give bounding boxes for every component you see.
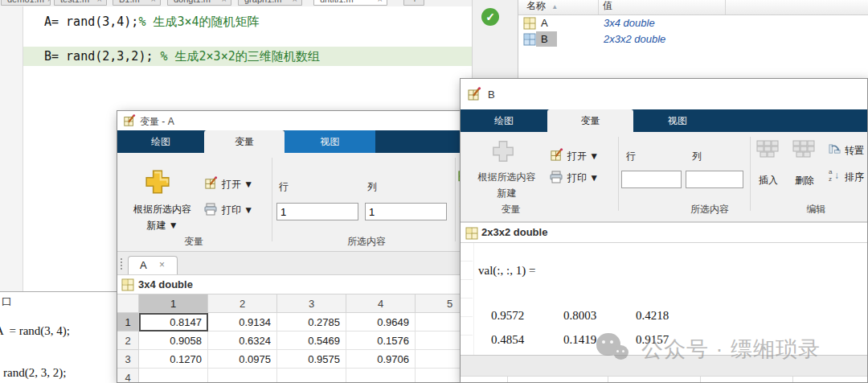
cols-field[interactable]	[365, 203, 447, 220]
window-title: B	[488, 89, 495, 101]
insert-icon	[756, 140, 779, 158]
column-divider[interactable]	[725, 0, 726, 14]
table-cell[interactable]	[139, 369, 208, 383]
grid-line	[792, 377, 793, 383]
table-cell[interactable]	[277, 369, 346, 383]
window-title-bar[interactable]: B	[461, 79, 867, 109]
editor-tab[interactable]: B1.m ×	[113, 0, 161, 6]
table-cell[interactable]: 0.5469	[277, 332, 346, 350]
ndarray-icon	[523, 33, 536, 46]
workspace-name-header[interactable]: 名称 ▲	[526, 0, 558, 13]
table-cell[interactable]	[208, 369, 277, 383]
group-label-selection: 所选内容	[306, 235, 427, 249]
value: 0.4854	[491, 333, 524, 347]
row-header[interactable]: 2	[117, 332, 139, 350]
tab-close-icon[interactable]: ×	[151, 0, 156, 4]
row-header[interactable]: 4	[117, 369, 139, 383]
group-divider	[272, 158, 272, 241]
code-ok-indicator[interactable]: ✓	[481, 8, 499, 26]
watermark: 公众号 · 缥缃琐录	[596, 328, 868, 370]
tab-variable[interactable]: 变量	[204, 130, 285, 153]
tab-close-icon[interactable]: ×	[293, 0, 297, 4]
col-header[interactable]: 3	[277, 294, 346, 313]
table-cell[interactable]: 0.9706	[346, 350, 416, 369]
rows-field[interactable]	[621, 171, 682, 188]
table-cell[interactable]: 0.9649	[346, 313, 416, 332]
table-cell[interactable]: 0.6324	[208, 332, 277, 350]
tab-variable[interactable]: 变量	[547, 109, 633, 132]
col-header[interactable]: 4	[346, 294, 416, 313]
transpose-button[interactable]: 转置	[829, 143, 868, 159]
editor-tab-active[interactable]: untitl1.m ×	[313, 0, 387, 6]
variable-type-header: 2x3x2 double	[461, 222, 867, 243]
document-tab-a[interactable]: A ×	[128, 256, 178, 274]
tab-close-icon[interactable]: ×	[47, 0, 51, 4]
corner-header[interactable]	[117, 294, 139, 313]
workspace-row-b[interactable]: B 2x3x2 double	[518, 31, 868, 47]
table-cell-selected[interactable]: 0.8147	[139, 313, 208, 332]
col-header[interactable]: 2	[208, 294, 277, 313]
tab-close-icon[interactable]: ×	[222, 0, 227, 4]
new-tab-button[interactable]: +	[403, 0, 424, 6]
tab-view[interactable]: 视图	[633, 109, 722, 132]
open-button[interactable]: 打开 ▼	[550, 148, 614, 164]
table-cell[interactable]: 0.9134	[208, 313, 277, 332]
group-divider	[750, 137, 751, 211]
grid-line	[608, 377, 608, 383]
tab-plots[interactable]: 绘图	[117, 130, 204, 153]
table-cell[interactable]: 0.1270	[139, 350, 208, 369]
sort-button[interactable]: a z ↓ 排序	[829, 169, 868, 187]
document-tab-label: A	[140, 259, 147, 271]
table-cell[interactable]: 0.2785	[277, 313, 346, 332]
variable-window-a: 变量 - A 绘图 变量 视图 根据所选内容 新建 ▼ 打开 ▼ 打	[117, 110, 474, 383]
group-label-selection: 所选内容	[653, 203, 766, 216]
editor-tab[interactable]: demo1.m ×	[1, 0, 51, 6]
row-gutter-line	[461, 279, 473, 280]
code-line-1[interactable]: A= rand(3,4);% 生成3×4的随机矩阵	[44, 14, 260, 31]
workspace-row-a[interactable]: A 3x4 double	[518, 15, 868, 31]
row-gutter-line	[461, 335, 473, 336]
command-window[interactable]: 口 A = rand(3, 4); rand(2, 3, 2);	[0, 291, 117, 383]
panel-title-fragment: 口	[2, 294, 12, 309]
tab-plots[interactable]: 绘图	[461, 109, 547, 132]
table-cell[interactable]: 0.1576	[346, 332, 416, 350]
tab-close-icon[interactable]: ×	[159, 259, 165, 270]
row-header[interactable]: 1	[117, 313, 139, 332]
insert-button[interactable]: 插入	[755, 138, 782, 203]
open-button[interactable]: 打开 ▼	[204, 176, 268, 192]
code-line-3[interactable]: B= rand(2,3,2); % 生成2×3×2的三维随机数组	[44, 49, 320, 65]
editor-tab-label: untitl1.m	[320, 0, 354, 4]
row-gutter-line	[461, 298, 473, 299]
plus-icon	[491, 139, 515, 163]
tab-view[interactable]: 视图	[285, 130, 375, 153]
tab-close-icon[interactable]: ×	[97, 0, 102, 4]
printer-icon	[204, 203, 217, 216]
delete-button[interactable]: 删除	[791, 138, 818, 203]
rows-field[interactable]	[276, 203, 358, 220]
grid-line	[507, 377, 508, 383]
table-cell[interactable]: 0.9058	[139, 332, 208, 350]
transpose-icon	[829, 143, 841, 155]
editor-tab[interactable]: dongt1.m ×	[167, 0, 231, 6]
value: 0.4218	[636, 309, 669, 323]
matrix-icon	[465, 227, 478, 240]
editor-tab-strip: demo1.m × test1.m × B1.m × dongt1.m × gr…	[0, 0, 472, 6]
drag-handle[interactable]	[121, 258, 125, 270]
workspace-value-header[interactable]: 值	[603, 0, 612, 13]
column-divider[interactable]	[598, 0, 599, 14]
table-cell[interactable]	[346, 369, 416, 383]
table-cell[interactable]: 0.9575	[277, 350, 346, 369]
open-variable-icon	[550, 148, 563, 162]
row-header[interactable]: 3	[117, 350, 139, 369]
window-title-bar[interactable]: 变量 - A	[117, 111, 473, 130]
table-cell[interactable]: 0.0975	[208, 350, 277, 369]
editor-tab[interactable]: test1.m ×	[54, 0, 107, 6]
tab-close-icon[interactable]: ×	[378, 0, 383, 4]
print-button[interactable]: 打印 ▼	[550, 170, 614, 186]
editor-tab[interactable]: graph1.m ×	[238, 0, 302, 6]
print-button[interactable]: 打印 ▼	[204, 202, 268, 218]
cols-field[interactable]	[686, 171, 743, 188]
new-from-selection-button[interactable]: 根据所选内容 新建 ▼	[117, 161, 207, 241]
col-header[interactable]: 1	[139, 294, 208, 313]
toolstrip-tabs: 绘图 变量 视图	[461, 109, 867, 132]
